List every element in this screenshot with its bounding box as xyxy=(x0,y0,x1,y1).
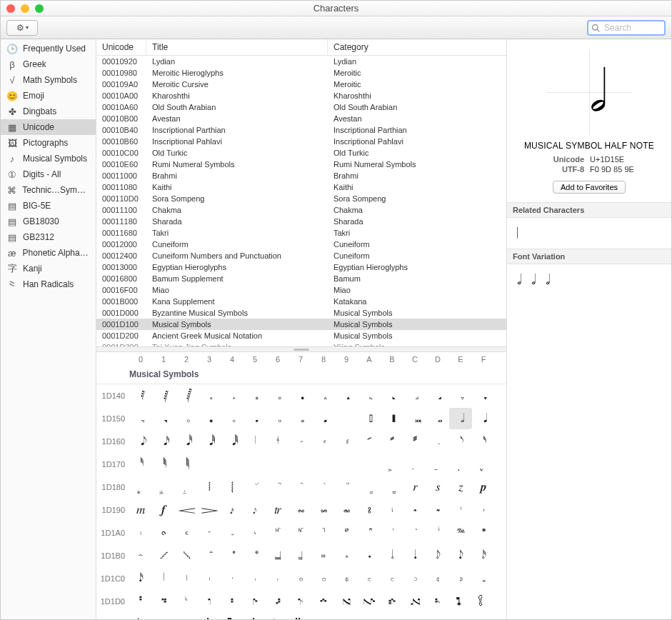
grid-cell[interactable]: 𝅊 xyxy=(358,385,381,406)
grid-cell[interactable]: 𝅏 xyxy=(472,385,495,406)
grid-cell[interactable]: 𝇍 xyxy=(426,568,449,589)
search-field[interactable] xyxy=(587,20,666,36)
grid-cell[interactable]: 𝅄 xyxy=(221,385,244,406)
grid-cell[interactable]: 𝇖 xyxy=(266,591,289,612)
grid-cell[interactable]: 𝆍 xyxy=(426,476,449,498)
grid-cell[interactable]: 𝆞 xyxy=(449,499,472,521)
grid-cell[interactable]: 𝆑 xyxy=(152,499,175,521)
grid-cell[interactable]: 𝆐 xyxy=(129,499,152,521)
related-character[interactable]: 𝄀 xyxy=(517,225,518,241)
table-row[interactable]: 0001D300Tai Xuan Jing SymbolsYijing Symb… xyxy=(96,341,506,346)
grid-cell[interactable]: 𝇨 xyxy=(312,614,335,619)
grid-cell[interactable]: 𝇠 xyxy=(129,614,152,619)
column-header-title[interactable]: Title xyxy=(146,39,328,55)
grid-cell[interactable]: 𝇕 xyxy=(244,591,266,612)
grid-cell[interactable]: 𝅻 xyxy=(381,454,403,475)
grid-cell[interactable]: 𝅾 xyxy=(449,454,472,475)
grid-cell[interactable]: 𝆂 xyxy=(175,476,198,498)
grid-cell[interactable]: 𝅎 xyxy=(449,385,472,406)
grid-cell[interactable]: 𝅴 xyxy=(221,454,244,475)
grid-cell[interactable]: 𝆟 xyxy=(472,499,495,521)
action-menu-button[interactable]: ⚙ ▾ xyxy=(6,20,38,36)
table-row[interactable]: 0001D200Ancient Greek Musical NotationMu… xyxy=(96,330,506,341)
grid-cell[interactable]: 𝆺 xyxy=(358,545,381,566)
grid-cell[interactable]: 𝇅 xyxy=(244,568,266,589)
grid-cell[interactable]: 𝇊 xyxy=(358,568,381,589)
table-row[interactable]: 0001D000Byzantine Musical SymbolsMusical… xyxy=(96,307,506,319)
grid-cell[interactable]: 𝅅 xyxy=(244,385,266,406)
grid-cell[interactable]: 𝅦 xyxy=(266,431,289,452)
sidebar-item-emoji[interactable]: 😊Emoji xyxy=(1,88,96,104)
grid-cell[interactable]: 𝆓 xyxy=(198,499,221,521)
grid-cell[interactable]: 𝇈 xyxy=(312,568,335,589)
grid-cell[interactable]: 𝆳 xyxy=(198,545,221,566)
grid-cell[interactable]: 𝅍 xyxy=(426,385,449,406)
grid-cell[interactable]: 𝆮 xyxy=(449,522,472,544)
sidebar-item-frequently-used[interactable]: 🕒Frequently Used xyxy=(1,41,96,56)
grid-cell[interactable]: 𝆹 xyxy=(335,545,358,566)
grid-cell[interactable]: 𝆦 xyxy=(266,522,289,544)
grid-cell[interactable]: 𝅗𝅥 xyxy=(449,408,472,429)
window-close-button[interactable] xyxy=(6,4,15,13)
grid-cell[interactable]: 𝆡 xyxy=(152,522,175,544)
grid-cell[interactable]: 𝅳 xyxy=(198,454,221,475)
grid-cell[interactable]: 𝅶 xyxy=(266,454,289,475)
sidebar-item-pictographs[interactable]: 🖼Pictographs xyxy=(1,135,96,151)
grid-cell[interactable]: 𝆖 xyxy=(266,499,289,521)
table-row[interactable]: 00016800Bamum SupplementBamum xyxy=(96,273,506,284)
grid-cell[interactable]: 𝆺𝅥𝅮 xyxy=(449,545,472,566)
grid-cell[interactable]: 𝇃 xyxy=(198,568,221,589)
grid-cell[interactable]: 𝆋 xyxy=(381,476,403,498)
table-row[interactable]: 00011680TakriTakri xyxy=(96,227,506,239)
grid-cell[interactable]: 𝇩 xyxy=(335,614,358,619)
column-header-unicode[interactable]: Unicode xyxy=(96,39,146,55)
grid-cell[interactable]: 𝅗 xyxy=(289,408,312,429)
grid-cell[interactable]: 𝆰 xyxy=(129,545,152,566)
grid-cell[interactable]: 𝆶 xyxy=(266,545,289,566)
grid-cell[interactable]: 𝆵 xyxy=(244,545,266,566)
grid-cell[interactable]: 𝆴 xyxy=(221,545,244,566)
table-row[interactable]: 00010980Meroitic HieroglyphsMeroitic xyxy=(96,67,506,79)
grid-cell[interactable]: 𝆛 xyxy=(381,499,403,521)
grid-cell[interactable]: 𝅘𝅥 xyxy=(472,408,495,429)
grid-cell[interactable]: 𝆱 xyxy=(152,545,175,566)
grid-cell[interactable]: 𝆺𝅥𝅯 xyxy=(129,568,152,589)
grid-cell[interactable]: 𝆝 xyxy=(426,499,449,521)
sidebar-item-musical-symbols[interactable]: ♪Musical Symbols xyxy=(1,151,96,166)
grid-cell[interactable]: 𝇥 xyxy=(244,614,266,619)
grid-cell[interactable]: 𝇇 xyxy=(289,568,312,589)
grid-cell[interactable]: 𝇆 xyxy=(266,568,289,589)
table-row[interactable]: 000110D0Sora SompengSora Sompeng xyxy=(96,193,506,204)
grid-cell[interactable]: 𝅘𝅥𝅯 xyxy=(152,431,175,452)
grid-cell[interactable]: 𝆗 xyxy=(289,499,312,521)
grid-cell[interactable]: 𝆅 xyxy=(244,476,266,498)
grid-cell[interactable]: 𝇙 xyxy=(335,591,358,612)
grid-cell[interactable]: 𝅃 xyxy=(198,385,221,406)
grid-cell[interactable]: 𝇉 xyxy=(335,568,358,589)
grid-cell[interactable]: 𝆧 xyxy=(289,522,312,544)
grid-cell[interactable]: 𝇗 xyxy=(289,591,312,612)
grid-cell[interactable]: 𝇄 xyxy=(221,568,244,589)
grid-cell[interactable]: 𝅋 xyxy=(381,385,403,406)
pane-splitter[interactable] xyxy=(96,346,506,352)
grid-cell[interactable]: 𝇧 xyxy=(289,614,312,619)
grid-cell[interactable]: 𝇦 xyxy=(266,614,289,619)
grid-cell[interactable]: 𝆫 xyxy=(381,522,403,544)
grid-cell[interactable]: 𝆆 xyxy=(266,476,289,498)
grid-cell[interactable]: 𝇫 xyxy=(381,614,403,619)
sidebar-item-han-radicals[interactable]: ⺀Han Radicals xyxy=(1,276,96,292)
grid-cell[interactable]: 𝅸 xyxy=(312,454,335,475)
grid-cell[interactable]: 𝅥 xyxy=(244,431,266,452)
grid-cell[interactable]: 𝇑 xyxy=(152,591,175,612)
grid-cell[interactable]: 𝇟 xyxy=(472,591,495,612)
grid-cell[interactable]: 𝅔 xyxy=(221,408,244,429)
grid-cell[interactable]: 𝆺𝅥 xyxy=(403,545,426,566)
grid-cell[interactable]: 𝆭 xyxy=(426,522,449,544)
sidebar-item-gb2312[interactable]: ▤GB2312 xyxy=(1,229,96,245)
grid-cell[interactable]: 𝇌 xyxy=(403,568,426,589)
table-row[interactable]: 00012400Cuneiform Numbers and Punctuatio… xyxy=(96,250,506,261)
table-row[interactable]: 00010B40Inscriptional ParthianInscriptio… xyxy=(96,124,506,136)
window-zoom-button[interactable] xyxy=(35,4,44,13)
sidebar-item-greek[interactable]: βGreek xyxy=(1,56,96,72)
grid-cell[interactable]: 𝆤 xyxy=(221,522,244,544)
